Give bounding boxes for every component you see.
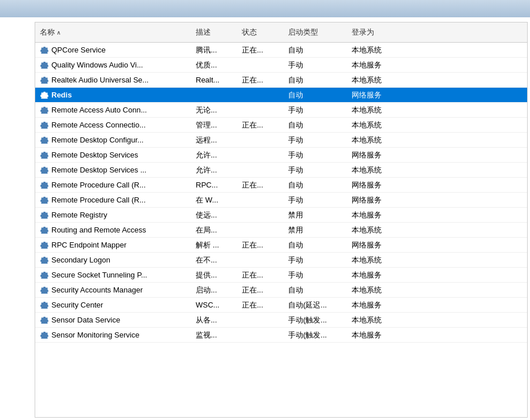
service-status <box>237 198 283 202</box>
service-logon: 网络服务 <box>347 238 405 252</box>
service-logon: 网络服务 <box>347 88 405 102</box>
service-logon: 本地系统 <box>347 133 405 147</box>
service-startup: 手动 <box>283 268 347 282</box>
table-row[interactable]: Sensor Monitoring Service监视...手动(触发...本地… <box>35 328 527 343</box>
service-icon <box>40 254 49 265</box>
table-row[interactable]: Remote Desktop Services允许...手动网络服务 <box>35 148 527 163</box>
service-name: Secondary Logon <box>51 256 110 264</box>
table-row[interactable]: Remote Procedure Call (R...在 W...手动网络服务 <box>35 193 527 208</box>
service-logon: 本地系统 <box>347 103 405 117</box>
service-startup: 自动 <box>283 283 347 297</box>
service-status <box>237 213 283 217</box>
table-row[interactable]: Remote Access Connectio...管理...正在...自动本地… <box>35 118 527 133</box>
table-row[interactable]: Security CenterWSC...正在...自动(延迟...本地服务 <box>35 298 527 313</box>
service-name: Sensor Monitoring Service <box>51 331 139 339</box>
service-startup: 手动 <box>283 133 347 147</box>
service-name: Remote Access Connectio... <box>51 121 145 129</box>
table-row[interactable]: Secure Socket Tunneling P...提供...正在...手动… <box>35 268 527 283</box>
col-header-name[interactable]: 名称 <box>35 25 191 40</box>
service-icon <box>40 134 49 145</box>
col-header-logon[interactable]: 登录为 <box>347 25 405 40</box>
service-startup: 自动(延迟... <box>283 298 347 312</box>
service-status: 正在... <box>237 73 283 87</box>
table-row[interactable]: Remote Access Auto Conn...无论...手动本地系统 <box>35 103 527 118</box>
service-name: Remote Registry <box>51 211 107 219</box>
service-startup: 自动 <box>283 118 347 132</box>
service-status <box>237 108 283 112</box>
table-row[interactable]: QPCore Service腾讯...正在...自动本地系统 <box>35 43 527 58</box>
service-desc: 允许... <box>191 163 237 177</box>
service-logon: 本地服务 <box>347 298 405 312</box>
service-name: Remote Desktop Services ... <box>51 166 147 174</box>
service-status: 正在... <box>237 283 283 297</box>
service-logon: 本地系统 <box>347 43 405 57</box>
service-desc: 允许... <box>191 148 237 162</box>
service-startup: 自动 <box>283 43 347 57</box>
service-name: QPCore Service <box>51 46 106 54</box>
service-startup: 手动 <box>283 163 347 177</box>
service-icon <box>40 44 49 55</box>
service-icon <box>40 209 49 220</box>
table-row[interactable]: Redis自动网络服务 <box>35 88 527 103</box>
service-logon: 本地系统 <box>347 283 405 297</box>
table-row[interactable]: Remote Procedure Call (R...RPC...正在...自动… <box>35 178 527 193</box>
table-row[interactable]: Realtek Audio Universal Se...Realt...正在.… <box>35 73 527 88</box>
service-startup: 手动 <box>283 193 347 207</box>
service-status <box>237 168 283 172</box>
service-logon: 网络服务 <box>347 148 405 162</box>
table-row[interactable]: Remote Desktop Configur...远程...手动本地系统 <box>35 133 527 148</box>
services-window: 名称 描述 状态 启动类型 登录为 QPCore Service腾讯...正在.… <box>0 0 530 420</box>
service-name: Remote Access Auto Conn... <box>51 106 147 114</box>
service-startup: 手动 <box>283 148 347 162</box>
table-row[interactable]: Remote Registry使远...禁用本地服务 <box>35 208 527 223</box>
service-logon: 本地系统 <box>347 73 405 87</box>
service-desc: 在不... <box>191 253 237 267</box>
service-logon: 本地服务 <box>347 328 405 342</box>
service-name: Redis <box>51 91 72 99</box>
service-status: 正在... <box>237 118 283 132</box>
service-name: Remote Procedure Call (R... <box>51 196 145 204</box>
service-icon <box>40 269 49 280</box>
table-row[interactable]: Remote Desktop Services ...允许...手动本地系统 <box>35 163 527 178</box>
table-header: 名称 描述 状态 启动类型 登录为 <box>35 22 527 43</box>
service-logon: 本地系统 <box>347 118 405 132</box>
table-row[interactable]: Security Accounts Manager启动...正在...自动本地系… <box>35 283 527 298</box>
service-name: RPC Endpoint Mapper <box>51 241 126 249</box>
service-startup: 禁用 <box>283 208 347 222</box>
table-row[interactable]: Routing and Remote Access在局...禁用本地系统 <box>35 223 527 238</box>
service-logon: 本地服务 <box>347 268 405 282</box>
service-startup: 自动 <box>283 178 347 192</box>
table-row[interactable]: Quality Windows Audio Vi...优质...手动本地服务 <box>35 58 527 73</box>
service-status <box>237 63 283 67</box>
service-startup: 自动 <box>283 73 347 87</box>
table-row[interactable]: Sensor Data Service从各...手动(触发...本地系统 <box>35 313 527 328</box>
service-desc: 管理... <box>191 118 237 132</box>
table-row[interactable]: Secondary Logon在不...手动本地系统 <box>35 253 527 268</box>
service-desc: 解析 ... <box>191 238 237 252</box>
service-name: Remote Desktop Services <box>51 151 138 159</box>
service-name: Realtek Audio Universal Se... <box>51 76 148 84</box>
service-desc: 无论... <box>191 103 237 117</box>
service-name: Sensor Data Service <box>51 316 120 324</box>
service-icon <box>40 74 49 85</box>
service-logon: 网络服务 <box>347 178 405 192</box>
service-icon <box>40 119 49 130</box>
service-startup: 手动(触发... <box>283 313 347 327</box>
service-status <box>237 318 283 322</box>
service-desc: 远程... <box>191 133 237 147</box>
service-desc: WSC... <box>191 299 237 311</box>
service-desc: 使远... <box>191 208 237 222</box>
service-status: 正在... <box>237 298 283 312</box>
col-header-desc[interactable]: 描述 <box>191 25 237 40</box>
col-header-startup[interactable]: 启动类型 <box>283 25 347 40</box>
service-desc <box>191 93 237 97</box>
service-icon <box>40 59 49 70</box>
service-name: Quality Windows Audio Vi... <box>51 61 143 69</box>
table-row[interactable]: RPC Endpoint Mapper解析 ...正在...自动网络服务 <box>35 238 527 253</box>
service-status <box>237 153 283 157</box>
service-icon <box>40 149 49 160</box>
service-status <box>237 333 283 337</box>
content-area: 名称 描述 状态 启动类型 登录为 QPCore Service腾讯...正在.… <box>0 17 530 420</box>
col-header-status[interactable]: 状态 <box>237 25 283 40</box>
table-body[interactable]: QPCore Service腾讯...正在...自动本地系统 Quality W… <box>35 43 527 418</box>
